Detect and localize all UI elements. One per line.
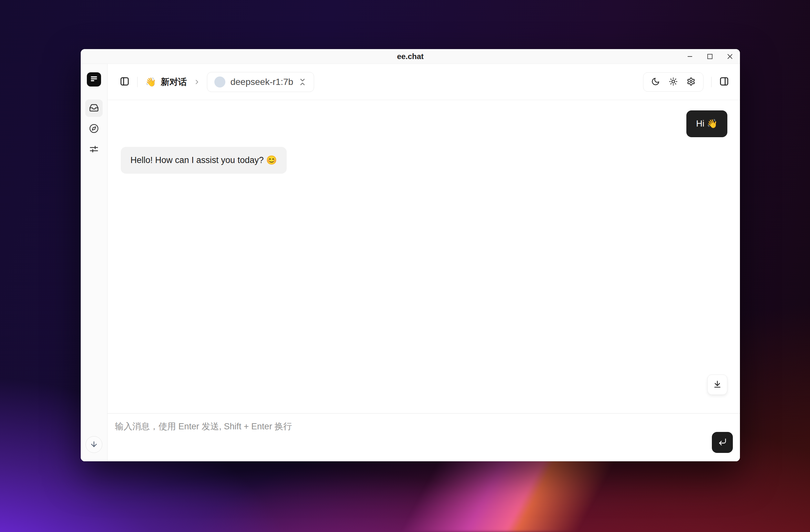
text-lines-icon (90, 75, 98, 84)
chevron-right-icon (193, 78, 200, 85)
minimize-icon (687, 53, 693, 60)
conversation-emoji: 👋 (145, 77, 156, 87)
desktop-wallpaper: ee.chat (0, 0, 810, 532)
model-name: deepseek-r1:7b (230, 77, 293, 87)
conversation-title: 新对话 (161, 76, 187, 88)
window-titlebar[interactable]: ee.chat (81, 49, 740, 64)
dark-mode-button[interactable] (651, 77, 660, 87)
compass-icon (89, 124, 99, 134)
assistant-message-bubble: Hello! How can I assist you today? 😊 (121, 147, 287, 174)
app-window: ee.chat (81, 49, 740, 461)
system-theme-button[interactable] (687, 77, 695, 87)
close-button[interactable] (720, 49, 740, 64)
model-selector[interactable]: deepseek-r1:7b (207, 72, 314, 92)
left-rail (81, 64, 108, 461)
main-column: 👋 新对话 deepseek-r1:7b (108, 64, 740, 461)
close-icon (727, 53, 733, 60)
arrow-down-icon (90, 440, 98, 449)
message-row-user: Hi 👋 (121, 110, 727, 137)
right-panel-toggle-button[interactable] (719, 77, 729, 87)
message-row-assistant: Hello! How can I assist you today? 😊 (121, 147, 727, 174)
maximize-button[interactable] (700, 49, 720, 64)
app-logo (87, 72, 101, 86)
scroll-to-bottom-button[interactable] (707, 374, 727, 395)
inbox-icon (89, 103, 99, 114)
sun-icon (669, 77, 678, 87)
chat-header: 👋 新对话 deepseek-r1:7b (108, 64, 740, 100)
window-title: ee.chat (81, 52, 740, 61)
user-message-bubble: Hi 👋 (686, 110, 727, 137)
light-mode-button[interactable] (669, 77, 678, 87)
message-list: Hi 👋 Hello! How can I assist you today? … (108, 100, 740, 413)
minimize-button[interactable] (680, 49, 700, 64)
panel-right-icon (719, 77, 729, 87)
moon-icon (651, 77, 660, 87)
header-actions (643, 72, 729, 92)
sidebar-item-settings[interactable] (85, 141, 103, 158)
send-button[interactable] (712, 432, 733, 453)
header-divider (137, 77, 137, 87)
gear-icon (687, 77, 695, 87)
maximize-icon (707, 53, 713, 60)
chevrons-collapse-icon (298, 78, 307, 86)
composer (108, 413, 740, 461)
sidebar-item-discover[interactable] (85, 120, 103, 138)
theme-switcher (643, 72, 703, 92)
model-avatar (214, 77, 225, 87)
header-right-divider (711, 77, 712, 87)
app-body: 👋 新对话 deepseek-r1:7b (81, 64, 740, 461)
enter-icon (718, 437, 727, 448)
panel-left-icon (120, 77, 129, 87)
arrow-down-to-line-icon (713, 380, 722, 390)
rail-scroll-down-button[interactable] (85, 436, 102, 453)
sliders-icon (89, 144, 99, 155)
message-input[interactable] (114, 420, 704, 455)
sidebar-item-chats[interactable] (85, 99, 103, 117)
sidebar-toggle-button[interactable] (120, 77, 129, 87)
